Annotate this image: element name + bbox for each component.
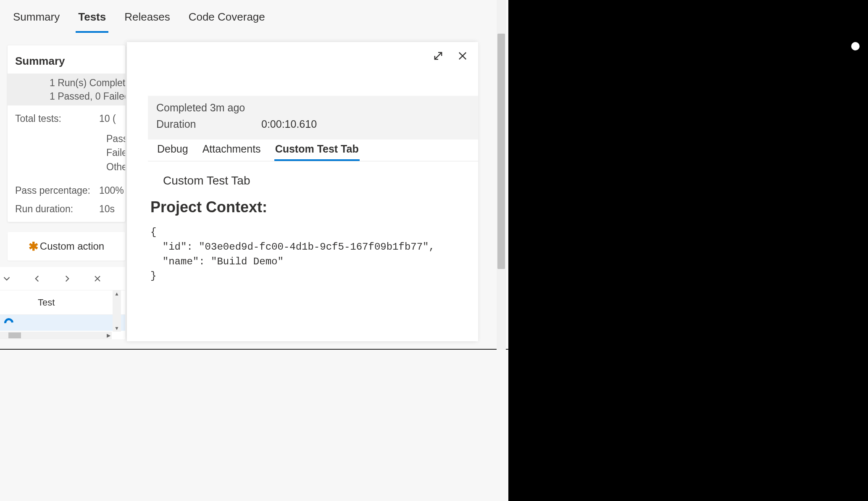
expand-icon[interactable]	[432, 50, 445, 62]
total-tests-value: 10 (	[99, 111, 116, 126]
sub-pass: Pass	[8, 132, 125, 146]
next-icon[interactable]	[60, 272, 74, 285]
total-tests-label: Total tests:	[15, 111, 99, 126]
tab-summary[interactable]: Summary	[11, 1, 62, 33]
detail-tab-bar: Debug Attachments Custom Test Tab	[148, 140, 478, 161]
lower-nav-bar	[0, 267, 125, 290]
black-region	[508, 0, 868, 501]
detail-body: Custom Test Tab Project Context: { "id":…	[148, 168, 467, 284]
detail-completed-text: Completed 3m ago	[156, 102, 470, 114]
pass-pct-value: 100%	[99, 183, 124, 198]
test-list-header[interactable]: Test	[0, 290, 125, 315]
chevron-down-icon[interactable]	[0, 272, 13, 285]
scroll-right-icon[interactable]: ▶	[105, 332, 112, 339]
outer-scrollbar-track[interactable]	[497, 0, 506, 350]
detail-subtitle: Custom Test Tab	[163, 174, 467, 187]
detail-heading: Project Context:	[150, 198, 467, 216]
detail-panel: Completed 3m ago Duration 0:00:10.610 De…	[127, 42, 478, 341]
test-list-row-selected[interactable]	[0, 315, 125, 331]
detail-tab-debug[interactable]: Debug	[156, 140, 189, 161]
white-dot-indicator	[851, 42, 860, 50]
inner-vertical-scrollbar[interactable]: ▲ ▼	[113, 290, 121, 332]
detail-meta: Completed 3m ago Duration 0:00:10.610	[148, 96, 478, 140]
summary-rows: Total tests: 10 (	[8, 105, 125, 132]
custom-action-label: Custom action	[40, 240, 104, 252]
prev-icon[interactable]	[30, 272, 44, 285]
summary-title: Summary	[8, 45, 125, 74]
detail-tab-attachments[interactable]: Attachments	[202, 140, 262, 161]
close-panel-icon[interactable]	[456, 50, 469, 62]
app-left-pane: Summary Tests Releases Code Coverage Sum…	[0, 0, 508, 350]
progress-arc-icon	[3, 316, 16, 330]
tab-code-coverage[interactable]: Code Coverage	[186, 1, 268, 33]
outer-scrollbar-thumb[interactable]	[497, 34, 505, 269]
sub-other: Other	[8, 160, 125, 174]
run-duration-value: 10s	[99, 202, 115, 216]
sub-fail: Failed	[8, 146, 125, 160]
detail-top-icons	[432, 50, 469, 62]
close-nav-icon[interactable]	[91, 272, 104, 285]
hscroll-thumb[interactable]	[8, 332, 21, 338]
detail-tab-custom[interactable]: Custom Test Tab	[274, 140, 360, 161]
detail-duration-label: Duration	[156, 118, 261, 130]
summary-card: Summary 1 Run(s) Completed 1 Passed, 0 F…	[8, 45, 125, 222]
scroll-down-icon[interactable]: ▼	[113, 325, 121, 332]
top-tab-bar: Summary Tests Releases Code Coverage	[0, 0, 497, 34]
summary-passfail-line: 1 Passed, 0 Failed	[50, 90, 125, 103]
pass-pct-label: Pass percentage:	[15, 183, 99, 198]
detail-code-block: { "id": "03e0ed9d-fc00-4d1b-9cf5-167f09b…	[150, 225, 467, 284]
inner-horizontal-scrollbar[interactable]: ◀ ▶	[0, 332, 112, 339]
asterisk-icon: ✱	[29, 240, 38, 253]
svg-line-2	[435, 53, 442, 59]
tab-tests[interactable]: Tests	[76, 1, 108, 33]
run-duration-label: Run duration:	[15, 202, 99, 216]
detail-duration-value: 0:00:10.610	[261, 118, 317, 130]
tab-releases[interactable]: Releases	[122, 1, 172, 33]
summary-runs-line: 1 Run(s) Completed	[50, 76, 125, 90]
custom-action-button[interactable]: ✱ Custom action	[8, 232, 125, 261]
summary-band: 1 Run(s) Completed 1 Passed, 0 Failed	[8, 74, 125, 105]
scroll-up-icon[interactable]: ▲	[113, 290, 121, 297]
